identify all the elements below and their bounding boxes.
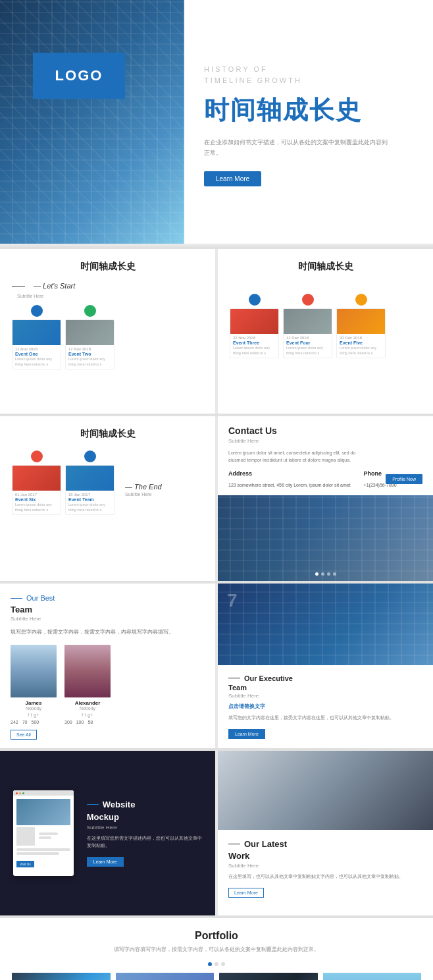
start-label: — Let's Start bbox=[34, 282, 75, 290]
event-card-6: 01 Jan 2017 Event Six Lorem ipsum dolor … bbox=[12, 465, 61, 515]
team-member-1: James Nobody f t g+ 242 70 500 bbox=[11, 645, 57, 724]
profile-button[interactable]: Profile Now bbox=[386, 474, 422, 484]
dot-nav-1[interactable] bbox=[315, 572, 318, 576]
exec-slide: 7 Our Executive Team Subtitle Here 点击请替换… bbox=[218, 584, 433, 748]
team-subtitle: Subtitle Here bbox=[11, 616, 205, 622]
member-photo-2 bbox=[64, 645, 111, 697]
close-dot bbox=[16, 792, 18, 794]
screen-bar bbox=[13, 790, 74, 796]
team-member-2: Alexander Nobody f t g+ 300 100 58 bbox=[64, 645, 111, 724]
see-all-button[interactable]: See All bbox=[11, 730, 37, 740]
logo-text: LOGO bbox=[55, 67, 103, 84]
mockup-content: Visit Us Website Mockup Subtitle Here 在这… bbox=[0, 777, 215, 889]
member-title-1: Nobody bbox=[11, 706, 57, 711]
dot-6 bbox=[31, 450, 43, 462]
timeline-title-2: 时间轴成长史 bbox=[230, 261, 421, 273]
contact-body: Lorem ipsum dolor sit amet, consectetur … bbox=[228, 449, 360, 464]
exec-heading: Our Executive bbox=[228, 674, 422, 682]
dot-2 bbox=[84, 305, 96, 317]
mockup-subtitle: Subtitle Here bbox=[87, 825, 202, 830]
team-heading2: Team bbox=[11, 605, 205, 614]
event-card-3: 22 Nov 2018 Event Three Lorem ipsum dolo… bbox=[230, 308, 279, 358]
dash-icon bbox=[11, 598, 22, 599]
hero-title: 时间轴成长史 bbox=[204, 94, 413, 127]
mockup-desc: 在这里填写您所需文字描述内容，您也可以从其他文章中复制粘贴。 bbox=[87, 834, 202, 849]
mockup-screen: Visit Us bbox=[13, 790, 74, 876]
portfolio-title: Portfolio bbox=[12, 930, 421, 942]
event-card-5: 20 Dec 2018 Event Five Lorem ipsum dolor… bbox=[336, 308, 386, 358]
logo-box: LOGO bbox=[33, 53, 125, 99]
member-stats-2: 300 100 58 bbox=[64, 720, 111, 724]
start-sublabel: Subtitle Here bbox=[17, 294, 203, 298]
timeline-slide-3: 时间轴成长史 01 Jan 2017 Event Six Lorem ipsum… bbox=[0, 416, 215, 581]
team-desc: 填写您字内容，按需文字内容，按需文字内容，内容填写字内容填写。 bbox=[11, 628, 205, 637]
dot-7 bbox=[84, 450, 96, 462]
member-name-1: James bbox=[11, 700, 57, 706]
portfolio-overlay: ♡ 在这里填写内容文字 bbox=[116, 973, 215, 980]
timeline-title-3: 时间轴成长史 bbox=[12, 428, 203, 440]
min-dot bbox=[19, 792, 21, 794]
latest-photo bbox=[218, 751, 433, 830]
latest-dash-icon bbox=[228, 844, 240, 844]
exec-learn-button[interactable]: Learn More bbox=[228, 729, 265, 739]
portfolio-dot-1[interactable] bbox=[208, 962, 212, 966]
member-social-1: f t g+ bbox=[11, 712, 57, 718]
team-members: James Nobody f t g+ 242 70 500 Alexander… bbox=[11, 645, 205, 724]
portfolio-images: ♡ 在这里填写内容文字 bbox=[12, 973, 421, 980]
exec-subtitle: Subtitle Here bbox=[228, 693, 422, 699]
dot-nav-4[interactable] bbox=[333, 572, 336, 576]
timeline-slide-2: 时间轴成长史 22 Nov 2018 Event Three Lorem ips… bbox=[218, 249, 433, 414]
dot-1 bbox=[31, 305, 43, 317]
member-title-2: Nobody bbox=[64, 706, 111, 711]
exec-heading2: Team bbox=[228, 684, 422, 692]
portfolio-slide: Portfolio 填写字内容填写字内容，按需文字内容，可以从各处的文案中复制覆… bbox=[0, 918, 433, 980]
exec-photo: 7 bbox=[218, 584, 433, 665]
dot-3 bbox=[249, 294, 261, 306]
contact-dots bbox=[315, 572, 336, 576]
exec-number: 7 bbox=[227, 590, 238, 611]
timeline-slide-1: 时间轴成长史 — Let's Start Subtitle Here 11 No… bbox=[0, 249, 215, 414]
latest-slide: Our Latest Work Subtitle Here 在这里填写，也可以从… bbox=[218, 751, 433, 915]
hero-photo: LOGO bbox=[0, 0, 184, 244]
dot-nav-2[interactable] bbox=[321, 572, 324, 576]
end-sublabel: Subtitle Here bbox=[125, 492, 162, 497]
dot-nav-3[interactable] bbox=[327, 572, 330, 576]
end-label: — The End bbox=[125, 483, 162, 491]
member-name-2: Alexander bbox=[64, 700, 111, 706]
event-card-2: 17 Nov 2018 Event Two Lorem ipsum dolor … bbox=[65, 319, 115, 369]
team-slide: Our Best Team Subtitle Here 填写您字内容，按需文字内… bbox=[0, 584, 215, 748]
hero-subtitle-en: HISTORY OF TIMELINE GROWTH bbox=[204, 64, 413, 87]
learn-more-button[interactable]: Learn More bbox=[204, 171, 261, 186]
portfolio-img-1 bbox=[12, 973, 111, 980]
max-dot bbox=[22, 792, 24, 794]
contact-slide: Contact Us Subtitle Here Lorem ipsum dol… bbox=[218, 416, 433, 581]
contact-address: Address 123 somewhere street, 456 city L… bbox=[228, 469, 351, 489]
mockup-heading: Website bbox=[87, 800, 202, 809]
screen-img bbox=[16, 799, 70, 825]
portfolio-dot-3[interactable] bbox=[221, 962, 225, 966]
latest-learn-button[interactable]: Learn More bbox=[228, 888, 264, 898]
exec-link[interactable]: 点击请替换文字 bbox=[228, 703, 422, 710]
member-photo-1 bbox=[11, 645, 57, 697]
mockup-learn-button[interactable]: Learn More bbox=[87, 857, 124, 867]
portfolio-dots bbox=[12, 962, 421, 966]
timeline-title-1: 时间轴成长史 bbox=[12, 261, 203, 273]
mockup-text: Website Mockup Subtitle Here 在这里填写您所需文字描… bbox=[87, 800, 202, 867]
portfolio-img-4 bbox=[323, 973, 422, 980]
mockup-heading2: Mockup bbox=[87, 812, 202, 822]
contact-subtitle: Subtitle Here bbox=[228, 438, 422, 444]
contact-photo bbox=[218, 495, 433, 581]
latest-content: Our Latest Work Subtitle Here 在这里填写，也可以从… bbox=[218, 830, 433, 915]
exec-dash-icon bbox=[228, 678, 240, 678]
team-heading: Our Best bbox=[11, 594, 205, 602]
screen-btn: Visit Us bbox=[16, 861, 34, 867]
hero-desc: 在企业添加如何书文字描述，可以从各处的文案中复制覆盖此处内容到正常。 bbox=[204, 137, 388, 158]
dot-5 bbox=[355, 294, 367, 306]
hero-content: HISTORY OF TIMELINE GROWTH 时间轴成长史 在企业添加如… bbox=[184, 0, 433, 244]
portfolio-img-3 bbox=[219, 973, 318, 980]
portfolio-dot-2[interactable] bbox=[215, 962, 218, 966]
portfolio-desc: 填写字内容填写字内容，按需文字内容，可以从各处的文案中复制覆盖此处内容到正常。 bbox=[12, 946, 421, 954]
member-stats-1: 242 70 500 bbox=[11, 720, 57, 724]
screen-body: Visit Us bbox=[13, 796, 74, 871]
hero-slide: LOGO HISTORY OF TIMELINE GROWTH 时间轴成长史 在… bbox=[0, 0, 433, 244]
